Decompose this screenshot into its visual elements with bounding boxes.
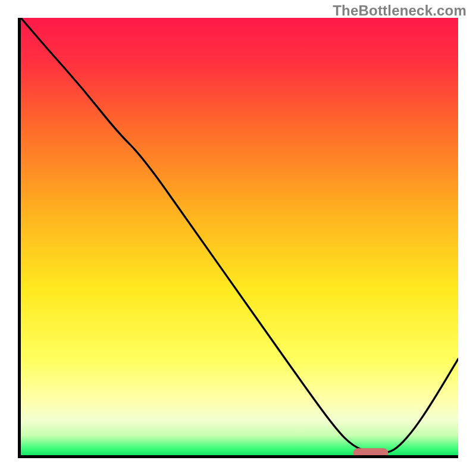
watermark-text: TheBottleneck.com: [333, 2, 466, 19]
svg-rect-1: [353, 448, 389, 455]
optimal-range-marker: [21, 18, 458, 455]
chart-stage: TheBottleneck.com: [0, 0, 476, 476]
chart-plot-area: [21, 18, 458, 455]
